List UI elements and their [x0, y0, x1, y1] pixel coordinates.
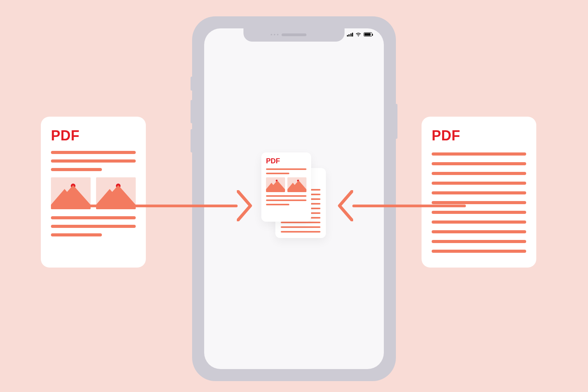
phone-side-button: [191, 77, 192, 91]
status-bar: [347, 32, 373, 37]
pdf-title: PDF: [266, 157, 306, 165]
merged-pdf-stack: PDF: [261, 152, 327, 246]
phone-sensor-dots: [271, 34, 278, 35]
image-thumb-icon: [266, 177, 285, 192]
wifi-icon: [355, 32, 361, 37]
arrow-right-icon: [338, 190, 466, 221]
doc-text-lines: [266, 168, 306, 174]
phone-side-button: [191, 129, 192, 152]
arrow-left-icon: [89, 190, 252, 221]
image-thumb-icon: [287, 177, 306, 192]
phone-side-button: [191, 100, 192, 123]
phone-speaker: [282, 33, 306, 36]
image-row: [266, 177, 306, 192]
phone-notch: [243, 28, 345, 42]
battery-icon: [364, 32, 372, 37]
pdf-title: PDF: [51, 128, 136, 144]
pdf-card-front: PDF: [261, 152, 311, 222]
doc-text-lines: [266, 195, 306, 205]
doc-text-lines: [51, 151, 136, 171]
pdf-title: PDF: [432, 128, 526, 144]
signal-icon: [347, 33, 354, 37]
image-thumb-icon: [51, 177, 91, 209]
phone-side-button: [396, 104, 397, 139]
